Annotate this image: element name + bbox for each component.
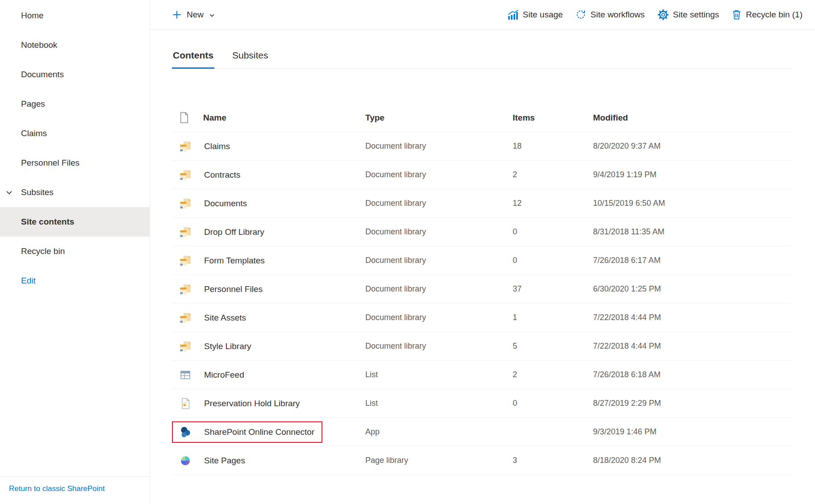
row-name-inner: Drop Off Library bbox=[172, 221, 272, 243]
table-row[interactable]: Contracts Document library 2 9/4/2019 1:… bbox=[172, 161, 791, 189]
chevron-down-icon bbox=[209, 12, 215, 19]
row-modified: 6/30/2020 1:25 PM bbox=[593, 284, 791, 294]
row-name-link[interactable]: Style Library bbox=[204, 342, 251, 351]
row-name-link[interactable]: Claims bbox=[204, 142, 230, 151]
row-modified: 10/15/2019 6:50 AM bbox=[593, 199, 791, 208]
tab-contents[interactable]: Contents bbox=[172, 50, 214, 69]
table-row[interactable]: Style Library Document library 5 7/22/20… bbox=[172, 332, 791, 361]
row-modified: 7/22/2018 4:44 PM bbox=[593, 342, 791, 351]
plus-icon bbox=[172, 10, 182, 20]
row-name-group: Drop Off Library bbox=[172, 221, 365, 243]
new-button-label: New bbox=[187, 10, 204, 20]
table-row[interactable]: Site Pages Page library 3 8/18/2020 8:24… bbox=[172, 446, 791, 475]
document-library-icon bbox=[179, 169, 192, 181]
sidebar-item-label: Subsites bbox=[21, 187, 54, 197]
row-name-group: Personnel Files bbox=[172, 279, 365, 300]
site-settings-button[interactable]: Site settings bbox=[651, 9, 726, 21]
tab-subsites[interactable]: Subsites bbox=[231, 50, 269, 69]
return-to-classic-link[interactable]: Return to classic SharePoint bbox=[9, 484, 105, 493]
row-name-inner: Claims bbox=[172, 136, 238, 157]
sidebar-item-documents[interactable]: Documents bbox=[0, 60, 150, 89]
row-items-count: 0 bbox=[513, 399, 593, 408]
column-header-name[interactable]: Name bbox=[203, 113, 365, 123]
row-name-inner: Site Pages bbox=[172, 450, 253, 471]
row-name-link[interactable]: Personnel Files bbox=[204, 284, 263, 294]
table-row[interactable]: Preservation Hold Library List 0 8/27/20… bbox=[172, 389, 791, 418]
sidebar-item-personnel-files[interactable]: Personnel Files bbox=[0, 148, 150, 178]
row-name-link[interactable]: Form Templates bbox=[204, 256, 265, 266]
app-icon bbox=[179, 426, 192, 438]
row-name-group: SharePoint Online Connector bbox=[172, 421, 365, 443]
table-row[interactable]: Claims Document library 18 8/20/2020 9:3… bbox=[172, 132, 791, 161]
row-name-link[interactable]: Site Pages bbox=[204, 456, 245, 466]
column-header-items[interactable]: Items bbox=[513, 113, 593, 123]
row-name-link[interactable]: Documents bbox=[204, 199, 247, 208]
row-name-group: Contracts bbox=[172, 164, 365, 186]
row-name-inner: Style Library bbox=[172, 336, 259, 357]
sidebar-footer: Return to classic SharePoint bbox=[0, 476, 150, 504]
sidebar: Home Notebook Documents Pages Claims Per… bbox=[0, 0, 150, 504]
row-modified: 9/3/2019 1:46 PM bbox=[593, 427, 791, 437]
table-row[interactable]: Site Assets Document library 1 7/22/2018… bbox=[172, 304, 791, 332]
row-items-count: 2 bbox=[513, 170, 593, 179]
row-name-link[interactable]: SharePoint Online Connector bbox=[204, 427, 314, 437]
row-type: List bbox=[365, 370, 513, 379]
sidebar-item-home[interactable]: Home bbox=[0, 1, 150, 30]
row-modified: 7/26/2018 6:18 AM bbox=[593, 370, 791, 379]
row-name-link[interactable]: Contracts bbox=[204, 170, 240, 180]
row-type: Page library bbox=[365, 456, 513, 465]
table-row[interactable]: SharePoint Online Connector App 9/3/2019… bbox=[172, 418, 791, 446]
row-name-link[interactable]: MicroFeed bbox=[204, 370, 244, 380]
recycle-bin-button[interactable]: Recycle bin (1) bbox=[725, 9, 809, 21]
row-type: Document library bbox=[365, 256, 513, 265]
document-icon bbox=[179, 397, 192, 410]
sidebar-item-claims[interactable]: Claims bbox=[0, 119, 150, 148]
table-row[interactable]: Documents Document library 12 10/15/2019… bbox=[172, 189, 791, 218]
row-name-link[interactable]: Drop Off Library bbox=[204, 227, 264, 237]
command-bar-actions: Site usage Site workflows Site settings … bbox=[501, 9, 809, 21]
row-type: Document library bbox=[365, 199, 513, 208]
row-items-count: 3 bbox=[513, 456, 593, 465]
table-body: Claims Document library 18 8/20/2020 9:3… bbox=[172, 132, 791, 475]
row-modified: 8/27/2019 2:29 PM bbox=[593, 399, 791, 408]
new-button[interactable]: New bbox=[172, 10, 215, 20]
site-usage-button[interactable]: Site usage bbox=[501, 9, 569, 21]
sidebar-item-subsites[interactable]: Subsites bbox=[0, 178, 150, 207]
table-header-row: Name Type Items Modified bbox=[172, 104, 791, 132]
row-name-link[interactable]: Preservation Hold Library bbox=[204, 399, 300, 408]
table-row[interactable]: Form Templates Document library 0 7/26/2… bbox=[172, 246, 791, 275]
tab-bar: Contents Subsites bbox=[172, 50, 791, 69]
row-items-count: 18 bbox=[513, 142, 593, 151]
table-row[interactable]: MicroFeed List 2 7/26/2018 6:18 AM bbox=[172, 361, 791, 389]
row-items-count: 37 bbox=[513, 284, 593, 294]
microfeed-icon bbox=[179, 369, 192, 381]
sidebar-edit-link[interactable]: Edit bbox=[0, 266, 150, 296]
column-header-modified[interactable]: Modified bbox=[593, 113, 791, 123]
table-row[interactable]: Personnel Files Document library 37 6/30… bbox=[172, 275, 791, 304]
site-pages-icon bbox=[179, 454, 192, 467]
table-row[interactable]: Drop Off Library Document library 0 8/31… bbox=[172, 218, 791, 246]
site-contents-table: Name Type Items Modified Claims Document… bbox=[172, 104, 791, 475]
sidebar-item-recycle-bin[interactable]: Recycle bin bbox=[0, 237, 150, 266]
row-items-count: 0 bbox=[513, 256, 593, 265]
row-items-count: 5 bbox=[513, 342, 593, 351]
document-library-icon bbox=[179, 340, 192, 353]
row-name-inner: Contracts bbox=[172, 164, 248, 186]
sidebar-item-notebook[interactable]: Notebook bbox=[0, 30, 150, 60]
row-name-inner: Personnel Files bbox=[172, 279, 271, 300]
row-modified: 8/31/2018 11:35 AM bbox=[593, 227, 791, 237]
command-bar: New Site usage Site workflows bbox=[150, 0, 815, 29]
chevron-down-icon[interactable] bbox=[5, 189, 13, 196]
row-items-count: 1 bbox=[513, 313, 593, 322]
site-usage-icon bbox=[507, 9, 519, 21]
row-name-group: Claims bbox=[172, 136, 365, 157]
column-header-type[interactable]: Type bbox=[365, 113, 513, 123]
row-name-group: Form Templates bbox=[172, 250, 365, 271]
site-workflows-button[interactable]: Site workflows bbox=[569, 9, 651, 20]
row-name-link[interactable]: Site Assets bbox=[204, 313, 246, 323]
document-library-icon bbox=[179, 254, 192, 267]
document-column-icon bbox=[172, 112, 203, 124]
sidebar-item-pages[interactable]: Pages bbox=[0, 89, 150, 119]
sidebar-item-site-contents[interactable]: Site contents bbox=[0, 207, 150, 237]
row-name-inner: SharePoint Online Connector bbox=[172, 421, 322, 443]
